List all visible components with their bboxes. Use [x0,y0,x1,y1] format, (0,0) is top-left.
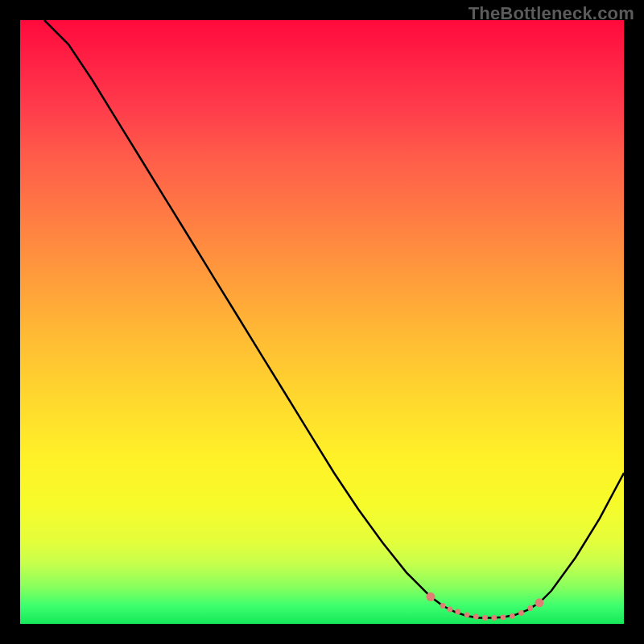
watermark-text: TheBottleneck.com [469,3,634,24]
chart-container: TheBottleneck.com [0,0,644,644]
plot-area [20,20,624,624]
gradient-background [20,20,624,624]
